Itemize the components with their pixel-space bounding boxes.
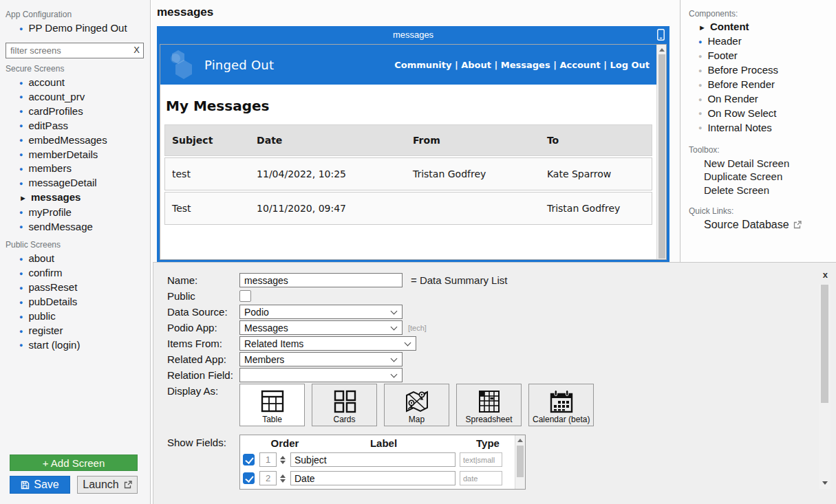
- component-item[interactable]: On Row Select: [698, 107, 836, 121]
- spinner-down-icon[interactable]: [280, 461, 286, 464]
- preview-scrollbar[interactable]: [656, 45, 666, 259]
- display-option-label: Calendar (beta): [533, 415, 590, 424]
- add-screen-button[interactable]: + Add Screen: [10, 454, 138, 471]
- screen-item[interactable]: register: [19, 324, 150, 338]
- toolbox-list: New Detail ScreenDuplicate ScreenDelete …: [680, 157, 836, 197]
- screen-item[interactable]: public: [19, 309, 150, 324]
- quick-link-item[interactable]: Source Database: [704, 218, 836, 232]
- chevron-down-icon: [391, 323, 398, 330]
- component-item[interactable]: Footer: [698, 49, 836, 63]
- nav-link[interactable]: Community: [394, 60, 451, 70]
- screen-item[interactable]: sendMessage: [19, 220, 150, 234]
- field-visible-checkbox[interactable]: [243, 454, 255, 465]
- show-fields-scrollbar[interactable]: [515, 435, 525, 489]
- external-link-icon: [793, 221, 802, 229]
- message-row[interactable]: Test 10/11/2020, 09:47 Tristan Godfrey: [164, 192, 652, 225]
- cell-from: [406, 192, 540, 225]
- preview-scrollbar-thumb[interactable]: [658, 54, 665, 259]
- screen-item[interactable]: passReset: [19, 281, 150, 295]
- field-visible-checkbox[interactable]: [243, 472, 255, 484]
- public-checkbox[interactable]: [239, 290, 251, 302]
- order-spinner[interactable]: [280, 456, 286, 464]
- screen-item[interactable]: messageDetail: [19, 176, 150, 190]
- related-app-label: Related App:: [167, 353, 239, 365]
- show-field-row: text|small: [240, 450, 515, 469]
- save-button[interactable]: Save: [10, 476, 70, 494]
- screen-item[interactable]: start (login): [19, 338, 150, 353]
- screen-item[interactable]: myProfile: [19, 206, 150, 220]
- podio-app-row: Podio App: Messages [tech]: [167, 320, 594, 336]
- component-item[interactable]: On Render: [698, 92, 836, 107]
- mobile-preview-icon[interactable]: [657, 29, 665, 41]
- order-spinner[interactable]: [280, 474, 286, 483]
- nav-link[interactable]: About: [451, 60, 491, 70]
- scroll-up-arrow-icon[interactable]: [659, 48, 665, 52]
- podio-app-select[interactable]: Messages: [239, 320, 403, 335]
- display-as-label: Display As:: [167, 383, 239, 399]
- launch-button[interactable]: Launch: [77, 476, 138, 494]
- spinner-up-icon[interactable]: [280, 474, 286, 478]
- spinner-down-icon[interactable]: [280, 479, 286, 483]
- messages-table-header: Subject Date From To: [164, 124, 652, 156]
- editor-scrollbar-thumb[interactable]: [821, 285, 828, 403]
- screen-item[interactable]: account_prv: [19, 90, 150, 105]
- screen-item[interactable]: messages: [19, 190, 150, 205]
- name-input[interactable]: [239, 273, 403, 287]
- relation-field-select[interactable]: [239, 368, 403, 382]
- screen-item[interactable]: account: [19, 76, 150, 90]
- site-brand[interactable]: Pinged Out: [204, 58, 274, 72]
- public-screens-label: Public Screens: [6, 240, 150, 250]
- name-row: Name: = Data Summary List: [167, 272, 594, 288]
- component-item[interactable]: Internal Notes: [698, 121, 836, 135]
- quick-links-label: Quick Links:: [689, 206, 836, 216]
- display-option-map[interactable]: Map: [384, 384, 449, 426]
- screen-item[interactable]: memberDetails: [19, 148, 150, 162]
- podio-app-label: Podio App:: [167, 322, 239, 333]
- scroll-up-arrow-icon[interactable]: [517, 439, 523, 442]
- display-option-table[interactable]: Table: [239, 384, 305, 426]
- map-icon: [404, 389, 430, 414]
- items-from-select[interactable]: Related Items: [239, 336, 416, 351]
- filter-clear-button[interactable]: X: [133, 45, 140, 55]
- display-option-cards[interactable]: Cards: [312, 384, 377, 426]
- spinner-up-icon[interactable]: [280, 456, 286, 459]
- component-item[interactable]: Header: [698, 34, 836, 49]
- toolbox-item[interactable]: Duplicate Screen: [704, 170, 836, 183]
- nav-link[interactable]: Messages: [491, 60, 550, 70]
- name-label: Name:: [167, 274, 239, 286]
- app-name-item[interactable]: PP Demo Pinged Out: [19, 22, 150, 34]
- component-item[interactable]: Before Render: [698, 78, 836, 92]
- screen-item[interactable]: editPass: [19, 119, 150, 133]
- cell-to: Kate Sparrow: [540, 157, 652, 190]
- secure-screens-list: accountaccount_prvcardProfileseditPassem…: [0, 76, 150, 234]
- filter-screens-input[interactable]: [6, 43, 144, 58]
- field-label-input[interactable]: [290, 471, 455, 485]
- scroll-down-arrow-icon[interactable]: [822, 481, 828, 485]
- show-fields-scrollbar-thumb[interactable]: [517, 446, 524, 477]
- component-item[interactable]: Content: [698, 20, 836, 34]
- display-option-spreadsheet[interactable]: Spreadsheet: [456, 384, 522, 426]
- component-item[interactable]: Before Process: [698, 63, 836, 78]
- toolbox-item[interactable]: Delete Screen: [704, 184, 836, 197]
- nav-link[interactable]: Log Out: [601, 60, 650, 70]
- table-icon: [260, 389, 285, 414]
- related-app-select[interactable]: Members: [239, 352, 403, 366]
- data-source-select[interactable]: Podio: [239, 305, 403, 319]
- field-order-input[interactable]: [259, 471, 277, 485]
- field-label-input[interactable]: [290, 452, 455, 467]
- toolbox-item[interactable]: New Detail Screen: [704, 157, 836, 170]
- screen-item[interactable]: cardProfiles: [19, 105, 150, 119]
- cell-from: Tristan Godfrey: [406, 157, 540, 190]
- message-row[interactable]: test 11/04/2022, 10:25 Tristan Godfrey K…: [164, 157, 652, 190]
- screen-item[interactable]: pubDetails: [19, 295, 150, 309]
- display-option-calendar[interactable]: Calendar (beta): [528, 384, 594, 426]
- screen-item[interactable]: members: [19, 162, 150, 176]
- editor-scrollbar[interactable]: [819, 284, 830, 489]
- launch-label: Launch: [83, 479, 119, 491]
- field-order-input[interactable]: [259, 452, 277, 467]
- screen-item[interactable]: about: [19, 252, 150, 266]
- screen-item[interactable]: confirm: [19, 266, 150, 281]
- screen-item[interactable]: embedMessages: [19, 133, 150, 148]
- editor-close-button[interactable]: x: [823, 270, 828, 280]
- nav-link[interactable]: Account: [550, 60, 601, 70]
